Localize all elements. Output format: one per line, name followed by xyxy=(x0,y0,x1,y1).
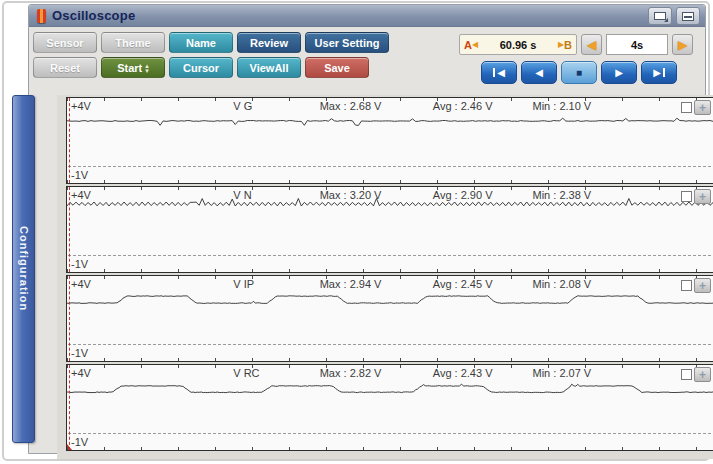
minus1v-gridline xyxy=(68,166,713,167)
channel-checkbox[interactable] xyxy=(681,191,692,202)
channel-max: Max : 2.94 V xyxy=(320,278,382,290)
left-triangle-icon: ◀ xyxy=(587,38,596,52)
channel-avg: Avg : 2.43 V xyxy=(433,367,493,379)
cursor-a-line[interactable] xyxy=(69,98,70,183)
scale-top-label: +4V xyxy=(71,100,91,112)
skip-start-button[interactable]: ◀ xyxy=(481,61,517,84)
plus-icon: + xyxy=(699,280,706,292)
channel-avg: Avg : 2.46 V xyxy=(433,100,493,112)
step-back-icon: ◀ xyxy=(535,68,543,78)
waveform-vg xyxy=(67,98,713,183)
tick-ruler-bottom xyxy=(67,269,713,272)
waveform-vrc xyxy=(67,365,713,450)
ab-range-value: 60.96 s xyxy=(478,39,558,51)
restore-window-button[interactable] xyxy=(648,7,672,25)
channel-avg: Avg : 2.45 V xyxy=(433,278,493,290)
channel-checkbox[interactable] xyxy=(681,102,692,113)
page: Oscilloscope Sensor Theme Name Review Us… xyxy=(0,0,713,464)
scale-top-label: +4V xyxy=(71,278,91,290)
skip-end-button[interactable]: ▶ xyxy=(641,61,677,84)
channel-panel-vrc: +4V V RC Max : 2.82 V Avg : 2.43 V Min :… xyxy=(66,364,713,451)
skip-end-bar-icon xyxy=(663,68,665,77)
tick-ruler-bottom xyxy=(67,447,713,450)
plus-icon: + xyxy=(699,369,706,381)
skip-start-bar-icon xyxy=(493,68,495,77)
save-button[interactable]: Save xyxy=(305,57,369,78)
stop-button[interactable]: ■ xyxy=(561,61,597,84)
layout-window-button[interactable] xyxy=(676,7,700,25)
channel-panel-vn: +4V V N Max : 3.20 V Avg : 2.90 V Min : … xyxy=(66,186,713,273)
channel-panel-vg: +4V V G Max : 2.68 V Avg : 2.46 V Min : … xyxy=(66,97,713,184)
reset-button[interactable]: Reset xyxy=(33,57,97,78)
channel-name: V IP xyxy=(233,278,254,290)
toolbar: Sensor Theme Name Review User Setting Re… xyxy=(29,27,705,91)
ab-range-box[interactable]: A ◀ 60.96 s ▶ B xyxy=(459,34,577,55)
plus-icon: + xyxy=(699,102,706,114)
timebase-increase-button[interactable]: ▶ xyxy=(672,34,693,55)
cursor-a-line[interactable] xyxy=(69,187,70,272)
stop-icon: ■ xyxy=(576,68,582,78)
oscilloscope-window: Oscilloscope Sensor Theme Name Review Us… xyxy=(28,4,706,454)
minus1v-gridline xyxy=(68,255,713,256)
layout-window-icon xyxy=(682,12,694,21)
channel-panel-vip: +4V V IP Max : 2.94 V Avg : 2.45 V Min :… xyxy=(66,275,713,362)
scale-top-label: +4V xyxy=(71,189,91,201)
viewall-button[interactable]: ViewAll xyxy=(237,57,301,78)
start-button[interactable]: Start ▴▾ xyxy=(101,57,165,78)
zoom-in-button[interactable]: + xyxy=(694,278,711,293)
time-controls: A ◀ 60.96 s ▶ B ◀ 4s ▶ ◀ ◀ ■ ▶ ▶ xyxy=(459,34,699,84)
configuration-tab[interactable]: Configuration xyxy=(12,95,35,443)
skip-start-triangle-icon: ◀ xyxy=(497,68,505,78)
right-triangle-icon: ▶ xyxy=(678,38,687,52)
spin-updown-icon: ▴▾ xyxy=(145,63,149,73)
play-icon: ▶ xyxy=(615,68,623,78)
channel-min: Min : 2.10 V xyxy=(533,100,592,112)
channel-min: Min : 2.38 V xyxy=(533,189,592,201)
channel-max: Max : 3.20 V xyxy=(320,189,382,201)
cursor-b-label: B xyxy=(564,39,572,51)
oscilloscope-app-icon xyxy=(37,9,46,23)
tick-ruler-bottom xyxy=(67,180,713,183)
tick-ruler-bottom xyxy=(67,358,713,361)
restore-window-icon xyxy=(654,12,666,20)
minus1v-gridline xyxy=(68,433,713,434)
channel-name: V G xyxy=(233,100,252,112)
start-button-label: Start xyxy=(117,62,142,74)
configuration-tab-label: Configuration xyxy=(18,226,30,311)
timebase-value: 4s xyxy=(631,39,643,51)
review-button[interactable]: Review xyxy=(237,32,301,53)
channel-name: V RC xyxy=(233,367,259,379)
skip-end-triangle-icon: ▶ xyxy=(653,68,661,78)
play-button[interactable]: ▶ xyxy=(601,61,637,84)
zoom-in-button[interactable]: + xyxy=(694,367,711,382)
zoom-in-button[interactable]: + xyxy=(694,189,711,204)
channel-max: Max : 2.68 V xyxy=(320,100,382,112)
playback-controls: ◀ ◀ ■ ▶ ▶ xyxy=(459,61,699,84)
cursor-button[interactable]: Cursor xyxy=(169,57,233,78)
cursor-a-line[interactable] xyxy=(69,276,70,361)
channel-checkbox[interactable] xyxy=(681,280,692,291)
title-bar[interactable]: Oscilloscope xyxy=(29,5,705,27)
scale-top-label: +4V xyxy=(71,367,91,379)
timebase-value-box[interactable]: 4s xyxy=(606,34,668,55)
channel-avg: Avg : 2.90 V xyxy=(433,189,493,201)
waveform-vip xyxy=(67,276,713,361)
plus-icon: + xyxy=(699,191,706,203)
sensor-button[interactable]: Sensor xyxy=(33,32,97,53)
zoom-in-button[interactable]: + xyxy=(694,100,711,115)
user-setting-button[interactable]: User Setting xyxy=(305,32,389,53)
channel-checkbox[interactable] xyxy=(681,369,692,380)
step-back-button[interactable]: ◀ xyxy=(521,61,557,84)
name-button[interactable]: Name xyxy=(169,32,233,53)
minus1v-gridline xyxy=(68,344,713,345)
waveform-area: +4V V G Max : 2.68 V Avg : 2.46 V Min : … xyxy=(57,95,713,459)
channel-min: Min : 2.08 V xyxy=(533,278,592,290)
channel-min: Min : 2.07 V xyxy=(533,367,592,379)
theme-button[interactable]: Theme xyxy=(101,32,165,53)
cursor-a-line[interactable] xyxy=(69,365,70,450)
cursor-a-label: A xyxy=(464,39,472,51)
waveform-vn xyxy=(67,187,713,272)
timebase-decrease-button[interactable]: ◀ xyxy=(581,34,602,55)
window-title: Oscilloscope xyxy=(52,8,135,23)
channel-max: Max : 2.82 V xyxy=(320,367,382,379)
